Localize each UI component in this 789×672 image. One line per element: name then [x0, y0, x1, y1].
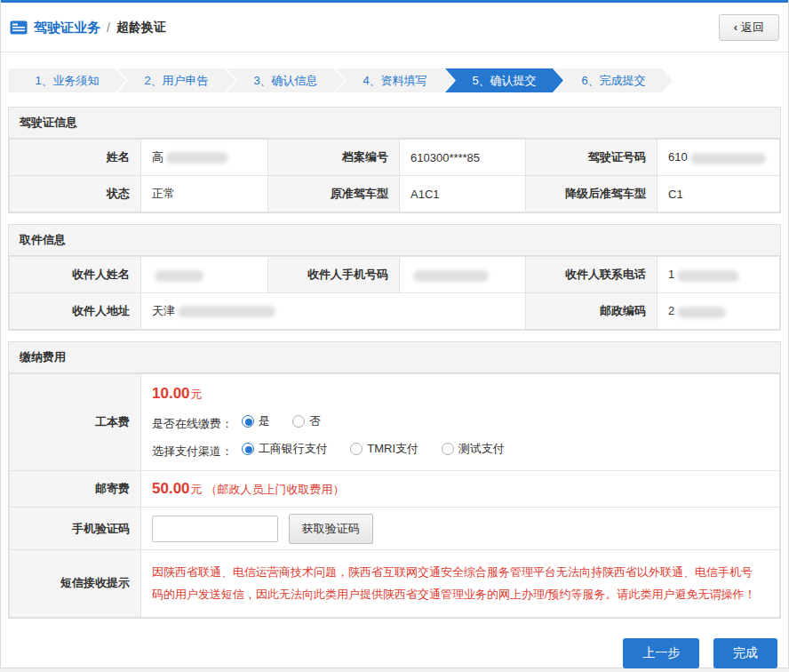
- online-pay-no-radio[interactable]: 否: [292, 413, 321, 429]
- name-value: 高: [141, 140, 268, 176]
- table-row: 姓名 高 档案编号 610300****85 驾驶证号码 610: [10, 140, 780, 176]
- step-5-confirm-submit[interactable]: 5、确认提交: [445, 68, 563, 92]
- redacted-text: [413, 270, 489, 282]
- table-row: 收件人地址 天津 邮政编码 2: [10, 293, 780, 330]
- fees-title: 缴纳费用: [9, 342, 780, 373]
- table-row: 手机验证码 获取验证码: [10, 508, 780, 550]
- breadcrumb-divider: /: [107, 20, 110, 35]
- online-pay-yes-radio[interactable]: 是: [242, 413, 270, 429]
- recipient-phone-value: 1: [658, 257, 780, 293]
- step-2-declaration[interactable]: 2、用户申告: [117, 68, 235, 92]
- status-value: 正常: [141, 176, 268, 212]
- step-3-confirm-info[interactable]: 3、确认信息: [227, 68, 345, 92]
- redacted-text: [690, 153, 766, 164]
- status-label: 状态: [10, 176, 141, 212]
- channel-tmri-radio[interactable]: TMRI支付: [350, 441, 418, 457]
- step-4-fill-materials[interactable]: 4、资料填写: [336, 68, 454, 92]
- recipient-mobile-label: 收件人手机号码: [268, 257, 400, 293]
- downgraded-class-value: C1: [658, 176, 780, 212]
- recipient-name-value: [141, 257, 268, 293]
- footer-actions: 上一步 完成: [1, 629, 788, 672]
- sms-tip-text: 因陕西省联通、电信运营商技术问题，陕西省互联网交通安全综合服务管理平台无法向持陕…: [152, 561, 763, 606]
- step-nav: 1、业务须知 2、用户申告 3、确认信息 4、资料填写 5、确认提交 6、完成提…: [8, 68, 781, 92]
- captcha-label: 手机验证码: [10, 508, 141, 550]
- online-pay-row: 是否在线缴费： 是 否: [152, 413, 779, 432]
- recipient-address-label: 收件人地址: [10, 293, 141, 330]
- table-row: 收件人姓名 收件人手机号码 收件人联系电话 1: [10, 257, 780, 293]
- online-pay-no-label: 否: [309, 413, 321, 429]
- archive-no-value: 610300****85: [400, 140, 526, 176]
- license-no-label: 驾驶证号码: [526, 140, 658, 176]
- license-info-section: 驾驶证信息 姓名 高 档案编号 610300****85 驾驶证号码 610 状…: [8, 107, 781, 213]
- table-row: 状态 正常 原准驾车型 A1C1 降级后准驾车型 C1: [10, 176, 780, 212]
- step-1-notice[interactable]: 1、业务须知: [8, 68, 126, 92]
- pay-channel-row: 选择支付渠道： 工商银行支付 TMRI支付 测试支付: [152, 441, 779, 460]
- postage-fee-note: （邮政人员上门收取费用）: [206, 483, 345, 496]
- channel-icbc-radio[interactable]: 工商银行支付: [242, 441, 328, 457]
- pickup-info-table: 收件人姓名 收件人手机号码 收件人联系电话 1 收件人地址 天津 邮政编码 2: [9, 256, 780, 330]
- postage-fee-label: 邮寄费: [10, 471, 141, 508]
- table-row: 短信接收提示 因陕西省联通、电信运营商技术问题，陕西省互联网交通安全综合服务管理…: [10, 550, 780, 618]
- step-6-complete[interactable]: 6、完成提交: [554, 68, 673, 92]
- back-label: 返回: [741, 20, 764, 34]
- channel-test-radio[interactable]: 测试支付: [442, 441, 505, 457]
- sms-tip-label: 短信接收提示: [10, 550, 141, 618]
- radio-unselected-icon: [350, 443, 363, 455]
- pickup-info-section: 取件信息 收件人姓名 收件人手机号码 收件人联系电话 1 收件人地址 天津 邮政…: [8, 224, 781, 331]
- online-pay-yes-label: 是: [259, 413, 270, 429]
- recipient-address-value: 天津: [141, 293, 526, 330]
- redacted-text: [155, 270, 203, 282]
- recipient-name-label: 收件人姓名: [10, 257, 141, 293]
- online-pay-question: 是否在线缴费：: [152, 417, 233, 430]
- production-fee-label: 工本费: [10, 374, 141, 471]
- pay-channel-question: 选择支付渠道：: [152, 444, 233, 458]
- recipient-phone-label: 收件人联系电话: [526, 257, 658, 293]
- redacted-text: [677, 270, 739, 282]
- recipient-mobile-value: [400, 257, 526, 293]
- page-subtitle: 超龄换证: [116, 20, 166, 36]
- redacted-text: [166, 152, 228, 164]
- radio-unselected-icon: [292, 415, 305, 428]
- license-card-icon: [10, 20, 28, 35]
- get-captcha-button[interactable]: 获取验证码: [289, 514, 373, 544]
- finish-button[interactable]: 完成: [713, 638, 777, 668]
- radio-unselected-icon: [442, 443, 454, 455]
- radio-selected-icon: [242, 443, 254, 455]
- postcode-value: 2: [658, 293, 780, 330]
- orig-class-label: 原准驾车型: [268, 176, 400, 212]
- production-fee-value: 10.00元 是否在线缴费： 是 否 选择支付渠道： 工商银行支付 TMRI支付…: [141, 374, 780, 471]
- name-label: 姓名: [10, 140, 141, 176]
- redacted-text: [178, 306, 275, 317]
- license-no-value: 610: [658, 140, 780, 176]
- production-fee-amount: 10.00: [152, 385, 190, 402]
- postcode-label: 邮政编码: [526, 293, 658, 330]
- archive-no-label: 档案编号: [268, 140, 400, 176]
- redacted-text: [677, 307, 726, 318]
- back-chevron-icon: ‹: [734, 20, 737, 34]
- prev-step-button[interactable]: 上一步: [623, 638, 699, 668]
- license-info-title: 驾驶证信息: [9, 108, 780, 139]
- yuan-unit: 元: [191, 483, 203, 496]
- postage-fee-amount: 50.00: [152, 480, 190, 497]
- page: 驾驶证业务 / 超龄换证 ‹返回 1、业务须知 2、用户申告 3、确认信息 4、…: [0, 0, 789, 668]
- channel-test-label: 测试支付: [458, 441, 505, 457]
- radio-selected-icon: [242, 415, 254, 428]
- sms-tip-cell: 因陕西省联通、电信运营商技术问题，陕西省互联网交通安全综合服务管理平台无法向持陕…: [141, 550, 780, 618]
- captcha-input[interactable]: [152, 516, 278, 542]
- production-fee-amount-line: 10.00元: [152, 385, 779, 403]
- table-row: 工本费 10.00元 是否在线缴费： 是 否 选择支付渠道： 工商银行支付 TM…: [10, 374, 780, 471]
- downgraded-class-label: 降级后准驾车型: [526, 176, 658, 212]
- yuan-unit: 元: [191, 388, 203, 401]
- back-button[interactable]: ‹返回: [719, 14, 779, 41]
- fees-section: 缴纳费用 工本费 10.00元 是否在线缴费： 是 否 选择支付渠道： 工: [8, 341, 781, 619]
- postage-fee-value: 50.00元（邮政人员上门收取费用）: [141, 471, 780, 508]
- captcha-field-cell: 获取验证码: [141, 508, 780, 550]
- channel-icbc-label: 工商银行支付: [259, 441, 328, 457]
- channel-tmri-label: TMRI支付: [367, 441, 418, 457]
- fees-table: 工本费 10.00元 是否在线缴费： 是 否 选择支付渠道： 工商银行支付 TM…: [9, 373, 780, 618]
- license-info-table: 姓名 高 档案编号 610300****85 驾驶证号码 610 状态 正常 原…: [9, 139, 780, 212]
- orig-class-value: A1C1: [400, 176, 526, 212]
- breadcrumb: 驾驶证业务 / 超龄换证: [10, 20, 166, 36]
- pickup-info-title: 取件信息: [9, 225, 780, 256]
- table-row: 邮寄费 50.00元（邮政人员上门收取费用）: [10, 471, 780, 508]
